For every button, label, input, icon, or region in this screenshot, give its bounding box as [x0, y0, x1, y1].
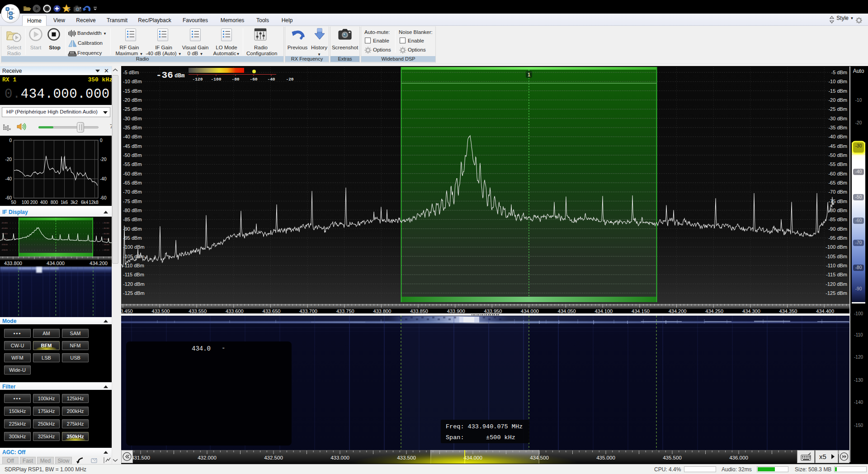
svg-text:-75 dBm: -75 dBm: [123, 199, 142, 204]
svg-text:433.000: 433.000: [330, 455, 349, 460]
svg-text:-120 dBm: -120 dBm: [826, 281, 847, 287]
svg-text:-100.00: -100.00: [103, 243, 109, 246]
svg-text:434.350: 434.350: [779, 308, 797, 314]
svg-text:200: 200: [30, 200, 38, 205]
svg-text:-80: -80: [231, 77, 239, 82]
svg-text:-100: -100: [211, 77, 222, 82]
svg-text:-95 dBm: -95 dBm: [828, 235, 847, 241]
svg-text:1k6: 1k6: [61, 200, 68, 205]
svg-text:434.000: 434.000: [521, 308, 539, 314]
svg-text:-25 dBm: -25 dBm: [828, 106, 847, 112]
svg-text:-20: -20: [100, 157, 107, 162]
svg-text:433.900: 433.900: [447, 308, 465, 314]
svg-text:436.000: 436.000: [729, 455, 748, 460]
svg-text:-40: -40: [5, 176, 12, 181]
svg-text:-40 dBm: -40 dBm: [123, 134, 142, 139]
svg-text:-50 dBm: -50 dBm: [123, 152, 142, 158]
svg-text:434.300: 434.300: [742, 308, 760, 314]
svg-text:435.000: 435.000: [596, 455, 615, 460]
svg-text:433.850: 433.850: [410, 308, 428, 314]
svg-text:-110 dBm: -110 dBm: [123, 263, 144, 268]
svg-text:-20: -20: [5, 157, 12, 162]
svg-text:-15 dBm: -15 dBm: [123, 88, 142, 94]
svg-text:-120.00: -120.00: [1, 249, 8, 251]
svg-text:-60 dBm: -60 dBm: [123, 171, 142, 176]
svg-text:-115 dBm: -115 dBm: [123, 272, 144, 277]
svg-text:6k4: 6k4: [81, 200, 89, 205]
svg-text:-60.000: -60.000: [103, 232, 109, 235]
svg-text:433.450: 433.450: [121, 308, 133, 314]
svg-text:-105 dBm: -105 dBm: [826, 254, 847, 259]
svg-text:-40.000: -40.000: [1, 227, 8, 229]
svg-text:433.550: 433.550: [189, 308, 207, 314]
svg-text:-85 dBm: -85 dBm: [828, 217, 847, 222]
svg-text:434.100: 434.100: [594, 308, 613, 314]
svg-text:-36: -36: [156, 70, 173, 81]
svg-text:-90 dBm: -90 dBm: [123, 226, 142, 232]
svg-text:-40: -40: [100, 176, 107, 181]
svg-text:3k2: 3k2: [71, 200, 78, 205]
svg-text:400: 400: [40, 200, 48, 205]
svg-text:-20 dBm: -20 dBm: [828, 97, 847, 103]
svg-text:-20 dBm: -20 dBm: [123, 97, 142, 103]
svg-text:433.500: 433.500: [152, 308, 170, 314]
svg-text:-120: -120: [193, 77, 203, 82]
svg-text:434.200: 434.200: [90, 261, 108, 266]
svg-text:433.950: 433.950: [484, 308, 502, 314]
svg-text:433.800: 433.800: [4, 261, 22, 266]
svg-text:-100.00: -100.00: [1, 243, 8, 246]
svg-text:-40.000: -40.000: [103, 227, 109, 229]
svg-text:-125 dBm: -125 dBm: [826, 290, 847, 296]
svg-text:432.500: 432.500: [264, 455, 283, 460]
svg-text:0: 0: [9, 138, 12, 143]
svg-text:-5 dBm: -5 dBm: [123, 70, 139, 75]
svg-text:-70 dBm: -70 dBm: [828, 189, 847, 194]
svg-text:-85 dBm: -85 dBm: [123, 217, 142, 222]
svg-text:-125 dBm: -125 dBm: [123, 290, 145, 296]
svg-text:-75 dBm: -75 dBm: [828, 199, 847, 204]
svg-text:434.400: 434.400: [816, 308, 834, 314]
svg-text:431.500: 431.500: [131, 455, 150, 460]
svg-text:-20: -20: [286, 77, 293, 82]
svg-text:-100 dBm: -100 dBm: [826, 244, 847, 250]
svg-text:-105 dBm: -105 dBm: [123, 254, 145, 259]
svg-text:-55 dBm: -55 dBm: [123, 161, 142, 167]
svg-text:-15 dBm: -15 dBm: [828, 88, 847, 94]
svg-text:-20.000: -20.000: [1, 222, 8, 224]
svg-text:-60: -60: [250, 77, 257, 82]
svg-text:-10 dBm: -10 dBm: [828, 79, 847, 84]
svg-text:12k8: 12k8: [89, 200, 99, 205]
svg-text:-35 dBm: -35 dBm: [828, 125, 847, 130]
svg-text:432.000: 432.000: [198, 455, 217, 460]
svg-text:434.000: 434.000: [47, 261, 65, 266]
svg-text:433.800: 433.800: [373, 308, 392, 314]
svg-text:1: 1: [528, 72, 530, 77]
svg-text:434.000: 434.000: [463, 455, 482, 460]
svg-text:-80 dBm: -80 dBm: [828, 208, 847, 213]
svg-text:-80 dBm: -80 dBm: [123, 208, 142, 213]
svg-text:433.600: 433.600: [226, 308, 244, 314]
svg-text:433.700: 433.700: [299, 308, 317, 314]
svg-text:433.650: 433.650: [263, 308, 281, 314]
svg-text:-40 dBm: -40 dBm: [828, 134, 847, 139]
svg-text:-100 dBm: -100 dBm: [123, 244, 145, 250]
svg-text:-30 dBm: -30 dBm: [828, 116, 847, 121]
svg-text:433.750: 433.750: [336, 308, 354, 314]
svg-text:0: 0: [100, 138, 103, 143]
svg-text:434.500: 434.500: [530, 455, 549, 460]
svg-text:50: 50: [11, 200, 16, 205]
svg-text:-95 dBm: -95 dBm: [123, 235, 142, 241]
svg-text:-45 dBm: -45 dBm: [828, 143, 847, 149]
svg-text:434.050: 434.050: [558, 308, 576, 314]
svg-text:100: 100: [22, 200, 29, 205]
svg-text:-45 dBm: -45 dBm: [123, 143, 142, 149]
svg-text:-110 dBm: -110 dBm: [826, 263, 847, 268]
svg-text:-5 dBm: -5 dBm: [831, 70, 847, 75]
svg-text:-115 dBm: -115 dBm: [826, 272, 847, 277]
svg-text:-: -: [222, 345, 225, 352]
svg-text:-60 dBm: -60 dBm: [828, 171, 847, 176]
svg-text:-120.00: -120.00: [103, 249, 109, 251]
svg-text:-120 dBm: -120 dBm: [123, 281, 145, 287]
svg-text:433.500: 433.500: [397, 455, 416, 460]
svg-text:434.150: 434.150: [632, 308, 650, 314]
